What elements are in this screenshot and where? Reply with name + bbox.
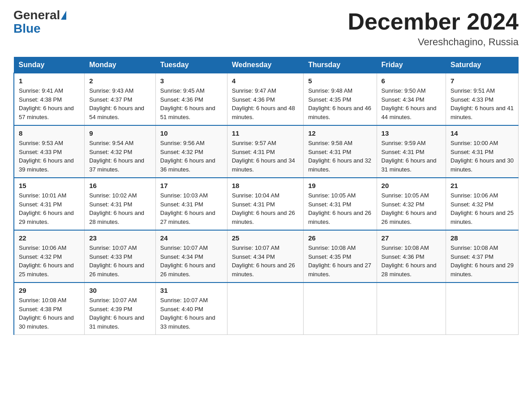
day-info: Sunrise: 10:06 AMSunset: 4:32 PMDaylight… — [450, 191, 514, 226]
table-row — [227, 283, 303, 335]
header-monday: Monday — [85, 57, 156, 73]
header-thursday: Thursday — [304, 57, 377, 73]
calendar-header-row: Sunday Monday Tuesday Wednesday Thursday… — [14, 57, 519, 73]
table-row: 13 Sunrise: 9:59 AMSunset: 4:31 PMDaylig… — [377, 125, 446, 178]
table-row: 3 Sunrise: 9:45 AMSunset: 4:36 PMDayligh… — [155, 73, 227, 125]
week-row-2: 8 Sunrise: 9:53 AMSunset: 4:33 PMDayligh… — [14, 125, 519, 178]
calendar-title: December 2024 — [348, 9, 519, 34]
table-row: 17 Sunrise: 10:03 AMSunset: 4:31 PMDayli… — [155, 178, 227, 230]
day-info: Sunrise: 10:05 AMSunset: 4:31 PMDaylight… — [308, 191, 372, 226]
table-row: 29 Sunrise: 10:08 AMSunset: 4:38 PMDayli… — [14, 283, 85, 335]
table-row: 14 Sunrise: 10:00 AMSunset: 4:31 PMDayli… — [446, 125, 519, 178]
day-info: Sunrise: 10:04 AMSunset: 4:31 PMDaylight… — [232, 191, 299, 226]
day-info: Sunrise: 10:03 AMSunset: 4:31 PMDaylight… — [160, 191, 223, 226]
day-number: 14 — [450, 129, 514, 137]
table-row: 22 Sunrise: 10:06 AMSunset: 4:32 PMDayli… — [14, 230, 85, 283]
day-number: 26 — [308, 234, 372, 242]
table-row: 6 Sunrise: 9:50 AMSunset: 4:34 PMDayligh… — [377, 73, 446, 125]
day-number: 20 — [382, 182, 441, 189]
table-row — [446, 283, 519, 335]
day-number: 27 — [382, 234, 441, 242]
table-row: 28 Sunrise: 10:08 AMSunset: 4:37 PMDayli… — [446, 230, 519, 283]
table-row: 10 Sunrise: 9:56 AMSunset: 4:32 PMDaylig… — [155, 125, 227, 178]
day-info: Sunrise: 10:07 AMSunset: 4:34 PMDaylight… — [232, 244, 299, 278]
day-number: 7 — [450, 77, 514, 85]
day-info: Sunrise: 9:48 AMSunset: 4:35 PMDaylight:… — [308, 86, 372, 121]
calendar-table: Sunday Monday Tuesday Wednesday Thursday… — [13, 57, 519, 335]
table-row: 30 Sunrise: 10:07 AMSunset: 4:39 PMDayli… — [85, 283, 156, 335]
logo-triangle-icon — [61, 11, 66, 20]
day-info: Sunrise: 9:45 AMSunset: 4:36 PMDaylight:… — [160, 86, 223, 121]
week-row-4: 22 Sunrise: 10:06 AMSunset: 4:32 PMDayli… — [14, 230, 519, 283]
day-number: 30 — [89, 287, 151, 294]
day-info: Sunrise: 10:07 AMSunset: 4:34 PMDaylight… — [160, 244, 223, 278]
title-block: December 2024 Vereshchagino, Russia — [348, 9, 519, 48]
day-number: 23 — [89, 234, 151, 242]
logo-general-text: General — [13, 9, 60, 21]
day-info: Sunrise: 9:47 AMSunset: 4:36 PMDaylight:… — [232, 86, 299, 121]
day-info: Sunrise: 10:07 AMSunset: 4:33 PMDaylight… — [89, 244, 151, 278]
day-number: 10 — [160, 129, 223, 137]
table-row: 4 Sunrise: 9:47 AMSunset: 4:36 PMDayligh… — [227, 73, 303, 125]
table-row: 16 Sunrise: 10:02 AMSunset: 4:31 PMDayli… — [85, 178, 156, 230]
day-number: 6 — [382, 77, 441, 85]
table-row: 1 Sunrise: 9:41 AMSunset: 4:38 PMDayligh… — [14, 73, 85, 125]
day-info: Sunrise: 10:00 AMSunset: 4:31 PMDaylight… — [450, 139, 514, 174]
table-row: 27 Sunrise: 10:08 AMSunset: 4:36 PMDayli… — [377, 230, 446, 283]
day-number: 28 — [450, 234, 514, 242]
day-info: Sunrise: 10:07 AMSunset: 4:40 PMDaylight… — [160, 296, 223, 331]
day-info: Sunrise: 9:59 AMSunset: 4:31 PMDaylight:… — [382, 139, 441, 174]
day-info: Sunrise: 10:07 AMSunset: 4:39 PMDaylight… — [89, 296, 151, 331]
day-info: Sunrise: 9:41 AMSunset: 4:38 PMDaylight:… — [19, 86, 80, 121]
header-friday: Friday — [377, 57, 446, 73]
table-row: 7 Sunrise: 9:51 AMSunset: 4:33 PMDayligh… — [446, 73, 519, 125]
table-row — [304, 283, 377, 335]
logo-blue-text: Blue — [13, 21, 41, 35]
day-info: Sunrise: 10:06 AMSunset: 4:32 PMDaylight… — [19, 244, 80, 278]
day-info: Sunrise: 10:02 AMSunset: 4:31 PMDaylight… — [89, 191, 151, 226]
day-number: 12 — [308, 129, 372, 137]
day-info: Sunrise: 9:58 AMSunset: 4:31 PMDaylight:… — [308, 139, 372, 174]
table-row: 26 Sunrise: 10:08 AMSunset: 4:35 PMDayli… — [304, 230, 377, 283]
day-number: 19 — [308, 182, 372, 189]
table-row: 2 Sunrise: 9:43 AMSunset: 4:37 PMDayligh… — [85, 73, 156, 125]
day-info: Sunrise: 9:57 AMSunset: 4:31 PMDaylight:… — [232, 139, 299, 174]
table-row: 20 Sunrise: 10:05 AMSunset: 4:32 PMDayli… — [377, 178, 446, 230]
day-info: Sunrise: 10:01 AMSunset: 4:31 PMDaylight… — [19, 191, 80, 226]
table-row: 9 Sunrise: 9:54 AMSunset: 4:32 PMDayligh… — [85, 125, 156, 178]
day-info: Sunrise: 9:43 AMSunset: 4:37 PMDaylight:… — [89, 86, 151, 121]
day-info: Sunrise: 9:51 AMSunset: 4:33 PMDaylight:… — [450, 86, 514, 121]
table-row: 21 Sunrise: 10:06 AMSunset: 4:32 PMDayli… — [446, 178, 519, 230]
day-number: 11 — [232, 129, 299, 137]
table-row: 19 Sunrise: 10:05 AMSunset: 4:31 PMDayli… — [304, 178, 377, 230]
table-row: 11 Sunrise: 9:57 AMSunset: 4:31 PMDaylig… — [227, 125, 303, 178]
day-number: 3 — [160, 77, 223, 85]
table-row — [377, 283, 446, 335]
calendar-subtitle: Vereshchagino, Russia — [348, 36, 519, 48]
table-row: 5 Sunrise: 9:48 AMSunset: 4:35 PMDayligh… — [304, 73, 377, 125]
day-number: 17 — [160, 182, 223, 189]
day-number: 24 — [160, 234, 223, 242]
header-saturday: Saturday — [446, 57, 519, 73]
day-info: Sunrise: 9:53 AMSunset: 4:33 PMDaylight:… — [19, 139, 80, 174]
day-info: Sunrise: 10:05 AMSunset: 4:32 PMDaylight… — [382, 191, 441, 226]
table-row: 15 Sunrise: 10:01 AMSunset: 4:31 PMDayli… — [14, 178, 85, 230]
table-row: 18 Sunrise: 10:04 AMSunset: 4:31 PMDayli… — [227, 178, 303, 230]
table-row: 23 Sunrise: 10:07 AMSunset: 4:33 PMDayli… — [85, 230, 156, 283]
day-info: Sunrise: 10:08 AMSunset: 4:35 PMDaylight… — [308, 244, 372, 278]
week-row-3: 15 Sunrise: 10:01 AMSunset: 4:31 PMDayli… — [14, 178, 519, 230]
table-row: 24 Sunrise: 10:07 AMSunset: 4:34 PMDayli… — [155, 230, 227, 283]
day-number: 4 — [232, 77, 299, 85]
day-number: 1 — [19, 77, 80, 85]
day-number: 22 — [19, 234, 80, 242]
day-number: 25 — [232, 234, 299, 242]
table-row: 12 Sunrise: 9:58 AMSunset: 4:31 PMDaylig… — [304, 125, 377, 178]
day-info: Sunrise: 10:08 AMSunset: 4:37 PMDaylight… — [450, 244, 514, 278]
day-number: 31 — [160, 287, 223, 294]
day-info: Sunrise: 10:08 AMSunset: 4:36 PMDaylight… — [382, 244, 441, 278]
day-number: 9 — [89, 129, 151, 137]
week-row-5: 29 Sunrise: 10:08 AMSunset: 4:38 PMDayli… — [14, 283, 519, 335]
day-info: Sunrise: 9:54 AMSunset: 4:32 PMDaylight:… — [89, 139, 151, 174]
day-number: 8 — [19, 129, 80, 137]
day-number: 5 — [308, 77, 372, 85]
